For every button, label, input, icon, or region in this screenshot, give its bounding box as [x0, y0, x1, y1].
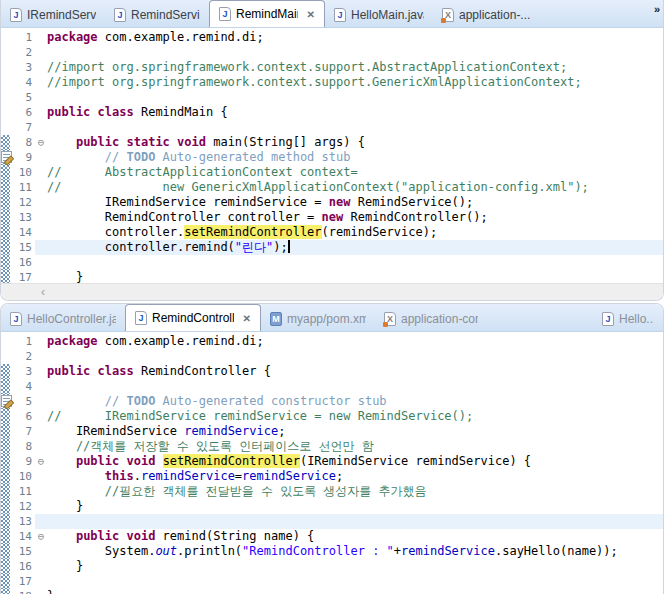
line-number: 13: [10, 514, 35, 529]
code-text[interactable]: [47, 255, 663, 270]
tab-hellomain-java[interactable]: JHelloMain.java: [325, 3, 433, 27]
code-text[interactable]: public class RemindMain {: [47, 105, 663, 120]
tab-application[interactable]: Xapplication-...: [433, 3, 541, 27]
annotation-ruler-cell[interactable]: [1, 439, 10, 454]
annotation-ruler-cell[interactable]: [1, 529, 10, 544]
code-token: out: [155, 544, 177, 558]
code-text[interactable]: RemindController controller = new Remind…: [47, 210, 663, 225]
line-number: 12: [10, 195, 35, 210]
code-text[interactable]: public void setRemindController(IRemindS…: [47, 454, 663, 469]
code-text[interactable]: }: [47, 589, 663, 594]
annotation-ruler-cell[interactable]: [1, 165, 10, 180]
annotation-ruler-cell[interactable]: [1, 75, 10, 90]
annotation-ruler-cell[interactable]: [1, 544, 10, 559]
fold-collapse-icon[interactable]: ⊖: [35, 454, 47, 469]
code-text[interactable]: // TODO Auto-generated constructor stub: [47, 394, 663, 409]
bottom-code-area[interactable]: 1package com.example.remind.di;23public …: [1, 332, 663, 594]
annotation-ruler-cell[interactable]: [1, 225, 10, 240]
annotation-ruler-cell[interactable]: [1, 30, 10, 45]
top-code-area[interactable]: 1package com.example.remind.di;23//impor…: [1, 28, 663, 285]
code-text[interactable]: [47, 379, 663, 394]
code-text[interactable]: [47, 90, 663, 105]
tab-hello[interactable]: JHello...: [593, 307, 663, 331]
annotation-ruler-cell[interactable]: [1, 210, 10, 225]
annotation-ruler-cell[interactable]: [1, 240, 10, 255]
fold-collapse-icon[interactable]: ⊖: [35, 135, 47, 150]
annotation-ruler-cell[interactable]: [1, 484, 10, 499]
annotation-ruler-cell[interactable]: [1, 349, 10, 364]
line-number: 16: [10, 559, 35, 574]
code-text[interactable]: IRemindService remindService;: [47, 424, 663, 439]
annotation-ruler-cell[interactable]: [1, 255, 10, 270]
code-text[interactable]: [47, 45, 663, 60]
tab-overflow-chevron-icon[interactable]: »: [654, 3, 660, 15]
fold-collapse-icon[interactable]: ⊖: [35, 529, 47, 544]
annotation-ruler-cell[interactable]: [1, 60, 10, 75]
annotation-ruler-cell[interactable]: [1, 135, 10, 150]
code-text[interactable]: controller.remind("린다");: [47, 240, 663, 255]
annotation-ruler-cell[interactable]: [1, 559, 10, 574]
annotation-ruler-cell[interactable]: [1, 454, 10, 469]
code-line-10: 10 this.remindService=remindService;: [1, 469, 663, 484]
code-text[interactable]: //필요한 객체를 전달받을 수 있도록 생성자를 추가했음: [47, 484, 663, 499]
code-text[interactable]: public void remind(String name) {: [47, 529, 663, 544]
annotation-ruler-cell[interactable]: [1, 45, 10, 60]
code-text[interactable]: public class RemindController {: [47, 364, 663, 379]
code-text[interactable]: controller.setRemindController(remindSer…: [47, 225, 663, 240]
tab-close-icon[interactable]: ✕: [307, 9, 315, 20]
code-text[interactable]: package com.example.remind.di;: [47, 334, 663, 349]
annotation-ruler-cell[interactable]: [1, 409, 10, 424]
code-text[interactable]: package com.example.remind.di;: [47, 30, 663, 45]
annotation-ruler-cell[interactable]: [1, 105, 10, 120]
annotation-ruler-cell[interactable]: [1, 499, 10, 514]
tab-myapp-pom-xml[interactable]: Mmyapp/pom.xml: [261, 307, 375, 331]
annotation-ruler-cell[interactable]: [1, 364, 10, 379]
annotation-ruler-cell[interactable]: [1, 150, 10, 165]
annotation-ruler-cell[interactable]: [1, 195, 10, 210]
text-caret: [288, 240, 290, 253]
annotation-ruler-cell[interactable]: [1, 90, 10, 105]
scroll-left-arrow-icon[interactable]: ‹: [41, 284, 45, 301]
tab-hellocontroller-java[interactable]: JHelloController.java: [1, 307, 125, 331]
code-token: }: [47, 499, 83, 513]
annotation-ruler-cell[interactable]: [1, 424, 10, 439]
annotation-ruler-cell[interactable]: [1, 180, 10, 195]
tab-close-icon[interactable]: ✕: [243, 313, 251, 324]
code-text[interactable]: //import org.springframework.context.sup…: [47, 75, 663, 90]
line-number: 14: [10, 225, 35, 240]
code-text[interactable]: [47, 120, 663, 135]
code-token: controller.remind(: [47, 240, 235, 254]
tab-application-confi[interactable]: Xapplication-confi...: [375, 307, 487, 331]
code-text[interactable]: System.out.println("RemindController : "…: [47, 544, 663, 559]
code-text[interactable]: // new GenericXmlApplicationContext("app…: [47, 180, 663, 195]
code-text[interactable]: [47, 574, 663, 589]
tab-remindcontroller-ja[interactable]: JRemindController.ja...✕: [125, 304, 261, 331]
code-text[interactable]: public static void main(String[] args) {: [47, 135, 663, 150]
tab-remindmain-java[interactable]: JRemindMain.java✕: [209, 0, 325, 27]
annotation-ruler-cell[interactable]: [1, 469, 10, 484]
annotation-ruler-cell[interactable]: [1, 394, 10, 409]
tab-iremindservi[interactable]: JIRemindServi...: [1, 3, 105, 27]
code-text[interactable]: // AbstractApplicationContext context=: [47, 165, 663, 180]
annotation-ruler-cell[interactable]: [1, 589, 10, 594]
annotation-ruler-cell[interactable]: [1, 120, 10, 135]
code-text[interactable]: IRemindService remindService = new Remin…: [47, 195, 663, 210]
tab-remindservic[interactable]: JRemindServic...: [105, 3, 209, 27]
annotation-ruler-cell[interactable]: [1, 334, 10, 349]
annotation-ruler-cell[interactable]: [1, 379, 10, 394]
code-text[interactable]: //import org.springframework.context.sup…: [47, 60, 663, 75]
top-horizontal-scrollbar[interactable]: ‹: [1, 283, 663, 300]
code-token: IRemindService remindService =: [47, 195, 329, 209]
code-text[interactable]: }: [47, 499, 663, 514]
annotation-ruler-cell[interactable]: [1, 514, 10, 529]
code-text[interactable]: // TODO Auto-generated method stub: [47, 150, 663, 165]
code-text[interactable]: }: [47, 559, 663, 574]
code-text[interactable]: // IRemindService remindService = new Re…: [47, 409, 663, 424]
annotation-ruler-cell[interactable]: [1, 574, 10, 589]
code-text[interactable]: [47, 349, 663, 364]
code-token: setRemindController: [184, 225, 321, 239]
code-text[interactable]: //객체를 저장할 수 있도록 인터페이스로 선언만 함: [47, 439, 663, 454]
code-text[interactable]: [47, 514, 663, 529]
code-text[interactable]: this.remindService=remindService;: [47, 469, 663, 484]
code-token: TODO: [126, 150, 155, 164]
